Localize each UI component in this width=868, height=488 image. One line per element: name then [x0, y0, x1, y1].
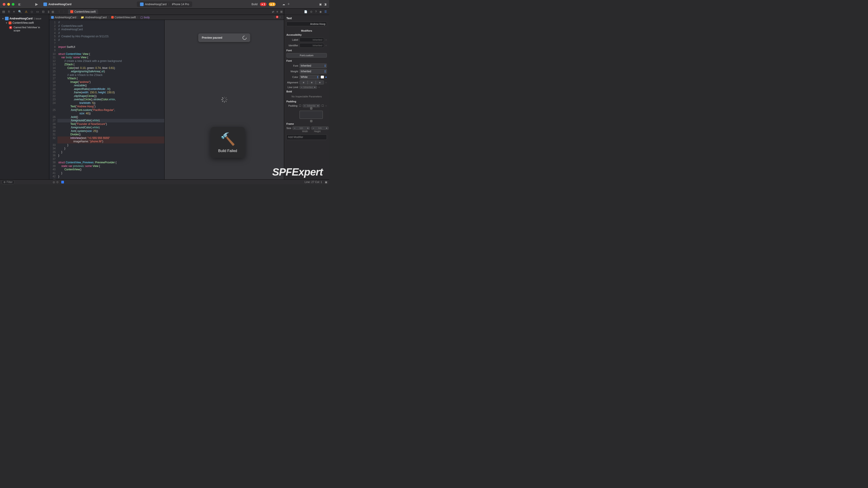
disclosure-triangle-icon[interactable]: ▼	[5, 22, 8, 24]
weight-select[interactable]: Inherited▴▾	[300, 69, 327, 74]
hammer-icon: 🔨	[220, 132, 235, 146]
padding-field[interactable]	[307, 104, 316, 107]
build-status: Build	[252, 3, 258, 6]
reset-icon[interactable]: ○	[325, 81, 327, 84]
increment-button[interactable]: +	[313, 86, 316, 89]
add-modifier-field[interactable]: Add Modifier	[286, 134, 327, 140]
font-custom-button[interactable]: Font.custom	[286, 53, 327, 58]
bc-folder[interactable]: AndrewHoogCard	[85, 16, 106, 19]
app-icon	[140, 2, 144, 6]
issue-text: Cannot find 'InfoView' in scope	[13, 26, 47, 32]
reset-icon[interactable]: ○	[325, 104, 327, 107]
error-count-badge[interactable]: ✕ 1	[260, 2, 267, 6]
align-right-icon: ≡	[316, 80, 324, 85]
alignment-label: Alignment	[286, 81, 298, 84]
project-group[interactable]: ▼ AndrewHoogCard 1 issue	[1, 16, 48, 21]
debug-status-icon[interactable]	[61, 181, 64, 184]
file-inspector-icon[interactable]: 📄	[304, 10, 307, 13]
history-inspector-icon[interactable]: ⊙	[310, 10, 312, 13]
issue-navigator: ▼ AndrewHoogCard 1 issue ▼ ContentView.s…	[0, 15, 49, 180]
width-stepper[interactable]: −+	[292, 127, 310, 130]
app-icon	[43, 2, 47, 6]
find-navigator-icon[interactable]: 🔍	[18, 10, 22, 13]
inspector-toggle-icon[interactable]: ◨	[324, 3, 327, 6]
library-icon[interactable]: ▣	[319, 3, 322, 6]
reset-icon[interactable]: ○	[325, 44, 327, 47]
reset-icon[interactable]: ●	[325, 75, 327, 78]
issue-row[interactable]: ✕ Cannot find 'InfoView' in scope	[1, 25, 48, 33]
reset-icon[interactable]: ○	[325, 38, 327, 41]
add-editor-icon[interactable]: ⊞	[280, 10, 283, 13]
decrement-button[interactable]: −	[303, 104, 307, 107]
adjust-editor-icon[interactable]: ≡	[276, 10, 278, 13]
padding-checkbox[interactable]: ☐	[321, 104, 324, 107]
loading-spinner-icon	[221, 96, 227, 103]
run-button[interactable]: ▶	[35, 2, 38, 6]
swift-file-icon	[111, 16, 114, 19]
scheme-selector[interactable]: AndrewHoogCard	[43, 2, 71, 6]
editor-tab[interactable]: ContentView.swift	[68, 9, 98, 14]
activity-viewer[interactable]: AndrewHoogCard 〉 iPhone 14 Pro	[137, 1, 192, 7]
window-controls	[3, 3, 14, 6]
close-window-button[interactable]	[3, 3, 5, 6]
identifier-label: Identifier	[286, 44, 298, 47]
line-limit-stepper[interactable]: − +	[300, 86, 317, 89]
file-group[interactable]: ▼ ContentView.swift	[1, 21, 48, 25]
bc-project[interactable]: AndrewHoogCard	[55, 16, 76, 19]
test-navigator-icon[interactable]: ◇	[31, 10, 33, 13]
minimap-icon[interactable]: ⇄	[272, 10, 274, 13]
accessibility-label-field[interactable]	[300, 37, 324, 42]
filter-field[interactable]: ⊕ Filter	[2, 180, 14, 184]
project-navigator-icon[interactable]: ▤	[2, 10, 5, 13]
help-inspector-icon[interactable]: ?	[315, 10, 317, 13]
text-value-field[interactable]	[286, 22, 327, 26]
height-stepper[interactable]: −+	[311, 127, 329, 130]
align-left-icon: ≡	[300, 80, 308, 85]
bold-section: Bold	[286, 90, 327, 93]
debug-navigator-icon[interactable]: ▭	[36, 10, 39, 13]
recent-icon[interactable]: ⊙	[56, 181, 59, 184]
code-content[interactable]: //// ContentView.swift// AndrewHoogCard/…	[57, 20, 164, 180]
line-gutter: 1234567891011121314151617181920212223242…	[49, 20, 57, 180]
bc-file[interactable]: ContentView.swift	[115, 16, 136, 19]
attributes-inspector-icon[interactable]: ☰	[324, 10, 327, 13]
warning-count-badge[interactable]: ⚠ 1	[269, 2, 276, 6]
resume-preview-button[interactable]	[242, 35, 248, 40]
line-limit-field[interactable]	[303, 86, 313, 89]
color-swatch[interactable]	[321, 76, 324, 78]
related-items-icon[interactable]: ▦	[51, 10, 55, 13]
add-tab-button[interactable]: +	[287, 2, 290, 6]
issue-navigator-icon[interactable]: ⚠	[25, 10, 28, 13]
symbol-navigator-icon[interactable]: ≡	[13, 10, 15, 13]
next-button[interactable]: 〉	[279, 15, 282, 19]
increment-button[interactable]: +	[316, 104, 320, 107]
back-button[interactable]: 〈	[56, 10, 61, 13]
sidebar-toggle-icon[interactable]: ◧	[17, 3, 22, 6]
reset-icon[interactable]: ○	[318, 86, 320, 89]
navigator-sidebar: ▤ ⎘ ≡ 🔍 ⚠ ◇ ▭ ⊟ ▥ ▼ AndrewHoogCard 1 iss…	[0, 8, 49, 180]
scope-icon[interactable]: ◎	[53, 181, 55, 184]
breakpoint-navigator-icon[interactable]: ⊟	[42, 10, 44, 13]
canvas-toggle-icon[interactable]: ▣	[325, 181, 327, 184]
padding-diagram[interactable]	[296, 108, 327, 121]
preview-status-text: Preview paused	[202, 36, 222, 39]
source-editor[interactable]: 1234567891011121314151617181920212223242…	[49, 20, 164, 180]
disclosure-triangle-icon[interactable]: ▼	[2, 18, 4, 20]
forward-button[interactable]: 〉	[62, 10, 67, 13]
decrement-button[interactable]: −	[300, 86, 303, 89]
jump-bar[interactable]: AndrewHoogCard 〉 📁 AndrewHoogCard 〉 Cont…	[49, 15, 284, 20]
alignment-segmented[interactable]: ≡≡≡	[300, 80, 324, 85]
cloud-icon[interactable]: ☁	[282, 3, 285, 6]
zoom-window-button[interactable]	[12, 3, 14, 6]
accessibility-inspector-icon[interactable]: ◉	[319, 10, 322, 13]
padding-section: Padding	[286, 100, 327, 103]
padding-stepper[interactable]: − +	[303, 104, 320, 107]
color-select[interactable]: White▴▾	[300, 75, 319, 79]
minimize-window-button[interactable]	[7, 3, 10, 6]
prev-button[interactable]: 〈	[272, 15, 275, 19]
accessibility-identifier-field[interactable]	[300, 43, 324, 48]
padding-checkbox[interactable]: ☐	[299, 104, 301, 107]
bc-symbol[interactable]: body	[144, 16, 150, 19]
source-control-navigator-icon[interactable]: ⎘	[8, 10, 10, 13]
font-select[interactable]: Inherited▴▾	[300, 64, 327, 68]
